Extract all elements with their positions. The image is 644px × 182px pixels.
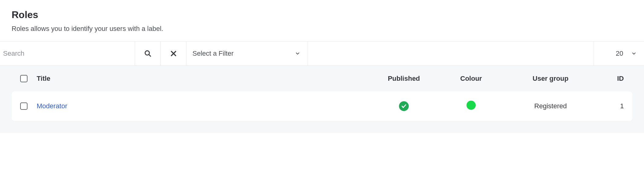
row-check-cell [20,102,37,110]
select-all-checkbox[interactable] [20,75,27,82]
header-id[interactable]: ID [596,75,624,83]
row-checkbox[interactable] [20,102,27,110]
header-published[interactable]: Published [370,75,437,83]
published-toggle[interactable] [399,101,409,111]
header-check-cell [20,75,37,82]
table-header-row: Title Published Colour User group ID [12,66,632,91]
page-size-value: 20 [616,50,623,58]
header-colour[interactable]: Colour [437,75,505,83]
check-icon [401,103,407,109]
chevron-down-icon [631,51,637,56]
colour-swatch [467,101,476,110]
search-input[interactable] [1,42,132,65]
toolbar: Select a Filter 20 [0,41,644,66]
page-subtitle: Roles allows you to identify your users … [12,25,632,33]
filter-select[interactable]: Select a Filter [186,42,308,65]
table-row: Moderator Registered 1 [12,91,632,121]
role-title-link[interactable]: Moderator [37,102,67,110]
svg-line-1 [149,55,151,57]
row-id: 1 [596,102,624,110]
close-icon [170,50,177,57]
row-colour-cell [437,101,505,112]
page-header: Roles Roles allows you to identify your … [0,0,644,41]
row-published-cell [370,101,437,111]
search-button[interactable] [135,42,161,65]
toolbar-spacer [308,42,594,65]
search-icon [144,50,152,57]
header-user-group[interactable]: User group [505,75,596,83]
row-title-cell: Moderator [37,102,370,110]
page-title: Roles [12,9,632,20]
filter-label: Select a Filter [192,50,234,58]
list-area: Title Published Colour User group ID Mod… [0,66,644,133]
clear-search-button[interactable] [161,42,186,65]
search-container [0,42,135,65]
chevron-down-icon [295,51,300,56]
row-user-group: Registered [505,102,596,110]
header-title[interactable]: Title [37,75,370,83]
page-size-select[interactable]: 20 [594,42,644,65]
